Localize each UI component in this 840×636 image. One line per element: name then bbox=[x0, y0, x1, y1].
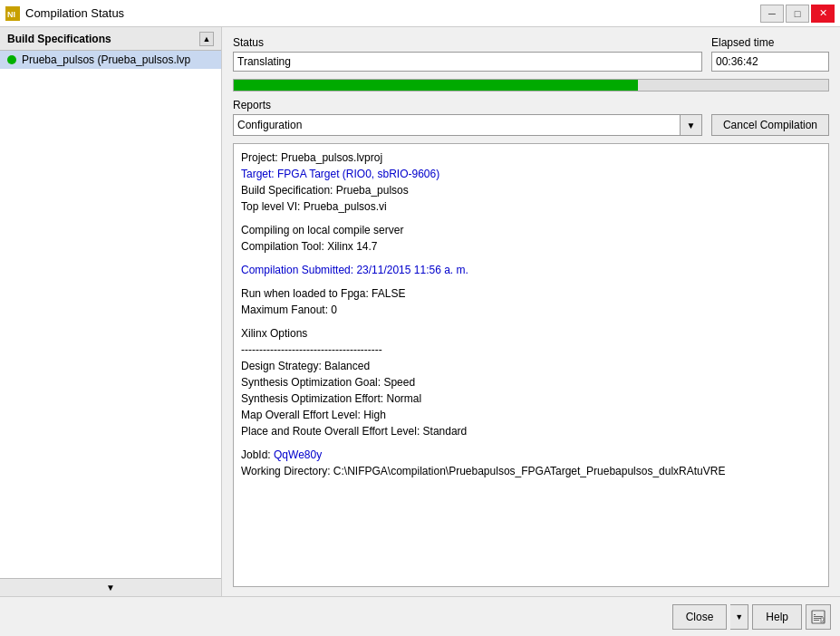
main-content: Build Specifications ▲ Prueba_pulsos (Pr… bbox=[0, 27, 840, 596]
log-line: Compiling on local compile server bbox=[241, 222, 821, 238]
log-line: Maximum Fanout: 0 bbox=[241, 302, 821, 318]
status-row: Status Elapsed time bbox=[233, 36, 829, 72]
title-controls: ─ □ ✕ bbox=[760, 5, 835, 23]
window-title: Compilation Status bbox=[25, 6, 124, 20]
log-line: Synthesis Optimization Goal: Speed bbox=[241, 374, 821, 390]
status-input[interactable] bbox=[233, 52, 702, 72]
log-line: Synthesis Optimization Effort: Normal bbox=[241, 390, 821, 407]
right-panel: Status Elapsed time Reports ▼ Cancel Com… bbox=[222, 27, 840, 596]
close-dropdown-button[interactable]: ▼ bbox=[730, 604, 748, 630]
minimize-button[interactable]: ─ bbox=[760, 5, 784, 23]
log-line: JobId: QqWe80y bbox=[241, 447, 821, 463]
status-label: Status bbox=[233, 36, 702, 49]
reports-select-row: ▼ bbox=[233, 114, 702, 136]
log-line-empty bbox=[241, 278, 821, 285]
log-line: Xilinx Options bbox=[241, 325, 821, 342]
app-icon: NI bbox=[5, 6, 20, 21]
reports-dropdown-button[interactable]: ▼ bbox=[681, 114, 702, 136]
log-line: Project: Prueba_pulsos.lvproj bbox=[241, 149, 821, 166]
log-line: Design Strategy: Balanced bbox=[241, 358, 821, 374]
help-button[interactable]: Help bbox=[752, 604, 802, 630]
log-line-empty bbox=[241, 255, 821, 262]
reports-row: Reports ▼ Cancel Compilation bbox=[233, 99, 829, 136]
reports-select[interactable] bbox=[233, 114, 681, 136]
cancel-compilation-button[interactable]: Cancel Compilation bbox=[711, 114, 829, 136]
log-line: Target: FPGA Target (RIO0, sbRIO-9606) bbox=[241, 166, 821, 182]
left-panel: Build Specifications ▲ Prueba_pulsos (Pr… bbox=[0, 27, 222, 596]
elapsed-group: Elapsed time bbox=[711, 36, 829, 72]
build-specs-label: Build Specifications bbox=[7, 33, 111, 45]
svg-text:NI: NI bbox=[7, 10, 15, 19]
status-group: Status bbox=[233, 36, 702, 72]
status-indicator bbox=[7, 55, 16, 64]
log-line: Build Specification: Prueba_pulsos bbox=[241, 182, 821, 198]
log-line: Compilation Tool: Xilinx 14.7 bbox=[241, 238, 821, 255]
progress-bar-container bbox=[233, 79, 829, 92]
panel-scroll-down[interactable]: ▼ bbox=[0, 578, 221, 596]
build-item[interactable]: Prueba_pulsos (Prueba_pulsos.lvp bbox=[0, 51, 221, 69]
panel-scroll-up[interactable]: ▲ bbox=[199, 32, 214, 46]
build-specs-list: Prueba_pulsos (Prueba_pulsos.lvp bbox=[0, 51, 221, 578]
log-line: Map Overall Effort Level: High bbox=[241, 407, 821, 423]
progress-fill bbox=[234, 80, 638, 91]
log-line: --------------------------------------- bbox=[241, 342, 821, 358]
log-line-empty bbox=[241, 215, 821, 222]
close-button[interactable]: Close bbox=[672, 604, 728, 630]
bottom-bar: Close ▼ Help bbox=[0, 596, 840, 636]
help-icon-button[interactable] bbox=[806, 604, 831, 630]
elapsed-label: Elapsed time bbox=[711, 36, 829, 49]
elapsed-input[interactable] bbox=[711, 52, 829, 72]
log-area[interactable]: Project: Prueba_pulsos.lvprojTarget: FPG… bbox=[233, 143, 829, 587]
title-bar: NI Compilation Status ─ □ ✕ bbox=[0, 0, 840, 27]
build-specs-header: Build Specifications ▲ bbox=[0, 27, 221, 51]
log-line: Top level VI: Prueba_pulsos.vi bbox=[241, 198, 821, 215]
log-line: Run when loaded to Fpga: FALSE bbox=[241, 285, 821, 302]
log-line-empty bbox=[241, 318, 821, 325]
reports-label: Reports bbox=[233, 99, 702, 111]
close-window-button[interactable]: ✕ bbox=[811, 5, 835, 23]
restore-button[interactable]: □ bbox=[786, 5, 809, 23]
log-line: Compilation Submitted: 23/11/2015 11:56 … bbox=[241, 262, 821, 278]
log-line-empty bbox=[241, 439, 821, 447]
build-item-label: Prueba_pulsos (Prueba_pulsos.lvp bbox=[22, 53, 190, 66]
log-line: Working Directory: C:\NIFPGA\compilation… bbox=[241, 463, 821, 479]
title-bar-left: NI Compilation Status bbox=[5, 6, 124, 21]
reports-group: Reports ▼ bbox=[233, 99, 702, 136]
log-line: Place and Route Overall Effort Level: St… bbox=[241, 423, 821, 439]
